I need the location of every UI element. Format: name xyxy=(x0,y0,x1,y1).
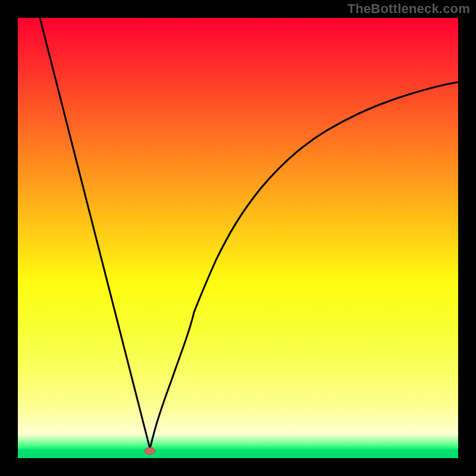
plot-area xyxy=(18,18,458,458)
bottleneck-curve-right xyxy=(150,82,458,449)
chart-frame: TheBottleneck.com xyxy=(0,0,476,476)
optimum-dot xyxy=(145,447,155,455)
bottleneck-curve-left xyxy=(40,18,150,449)
curve-svg xyxy=(18,18,458,458)
attribution-label: TheBottleneck.com xyxy=(347,1,470,17)
